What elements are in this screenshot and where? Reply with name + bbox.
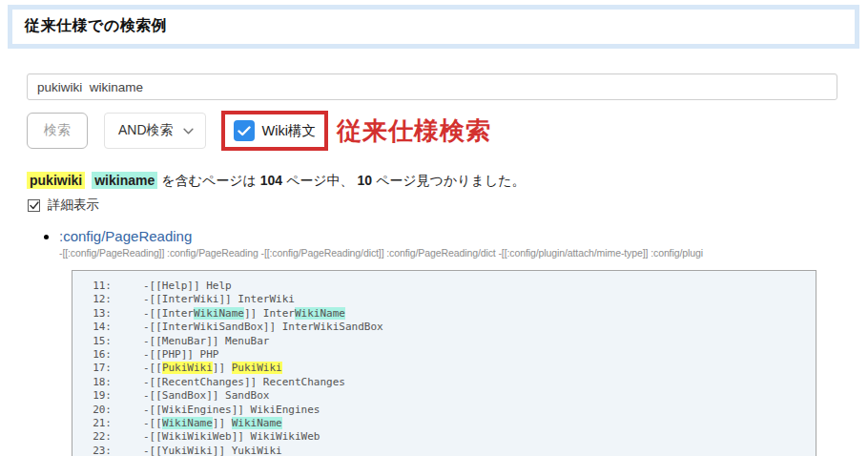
line-number: 20:	[85, 404, 112, 417]
chevron-down-icon	[183, 128, 194, 135]
search-input[interactable]	[27, 73, 837, 100]
line-number: 17:	[85, 362, 112, 375]
code-line: 17:-[[PukiWiki]] PukiWiki	[85, 362, 816, 375]
legacy-search-annotation: 従来仕様検索	[337, 114, 491, 148]
line-number: 16:	[85, 348, 112, 362]
line-number: 13:	[85, 307, 112, 321]
code-text: -[[MenuBar]] MenuBar	[143, 335, 269, 347]
summary-text-1: を含むページは	[157, 173, 259, 188]
result-page-link[interactable]: :config/PageReading	[59, 228, 192, 244]
summary-text-2: ページ中、	[282, 173, 357, 188]
detail-display-label: 詳細表示	[48, 197, 99, 214]
code-lines: 11:-[[Help]] Help12:-[[InterWiki]] Inter…	[85, 280, 816, 456]
code-line: 15:-[[MenuBar]] MenuBar	[85, 335, 816, 348]
code-line: 12:-[[InterWiki]] InterWiki	[85, 293, 816, 306]
code-text: -[[InterWikiSandBox]] InterWikiSandBox	[143, 321, 383, 333]
line-number: 22:	[85, 430, 112, 444]
check-icon	[238, 126, 251, 136]
total-page-count: 104	[260, 173, 282, 188]
search-term-1: pukiwiki	[27, 172, 85, 189]
code-text: -[[WikiName]] WikiName	[143, 417, 282, 429]
search-button[interactable]: 検索	[27, 113, 88, 149]
line-number: 15:	[85, 335, 112, 348]
wiki-syntax-highlight-frame: Wiki構文	[221, 111, 328, 151]
code-line: 18:-[[RecentChanges]] RecentChanges	[85, 376, 816, 389]
section-header-inner: 従来仕様での検索例	[12, 10, 855, 44]
code-text: -[[InterWiki]] InterWiki	[143, 293, 295, 305]
code-text: -[[WikiWikiWeb]] WikiWikiWeb	[143, 430, 320, 443]
line-number: 19:	[85, 389, 112, 403]
search-mode-value: AND検索	[118, 122, 174, 139]
line-number: 12:	[85, 293, 112, 306]
code-line: 22:-[[WikiWikiWeb]] WikiWikiWeb	[85, 430, 816, 444]
line-number: 23:	[85, 445, 112, 456]
code-block: 11:-[[Help]] Help12:-[[InterWiki]] Inter…	[72, 270, 816, 456]
line-number: 14:	[85, 321, 112, 334]
code-line: 16:-[[PHP]] PHP	[85, 348, 816, 362]
list-item: :config/PageReading -[[:config/PageReadi…	[59, 228, 868, 259]
line-number: 18:	[85, 376, 112, 389]
search-result-list: :config/PageReading -[[:config/PageReadi…	[0, 228, 868, 259]
code-line: 19:-[[SandBox]] SandBox	[85, 389, 816, 403]
wiki-syntax-checkbox[interactable]	[234, 120, 255, 141]
section-header: 従来仕様での検索例	[8, 5, 859, 49]
code-text: -[[PukiWiki]] PukiWiki	[143, 362, 282, 374]
search-term-2: wikiname	[92, 172, 157, 189]
check-icon	[30, 201, 39, 210]
found-page-count: 10	[357, 173, 372, 188]
line-number: 21:	[85, 417, 112, 430]
line-number: 11:	[85, 280, 112, 293]
code-text: -[[RecentChanges]] RecentChanges	[143, 376, 345, 388]
code-text: -[[YukiWiki]] YukiWiki	[143, 445, 282, 456]
wiki-syntax-label: Wiki構文	[262, 122, 316, 140]
detail-display-checkbox[interactable]	[28, 199, 40, 212]
code-text: -[[SandBox]] SandBox	[143, 389, 269, 402]
code-text: -[[InterWikiName]] InterWikiName	[143, 307, 345, 320]
code-line: 13:-[[InterWikiName]] InterWikiName	[85, 307, 816, 321]
code-text: -[[Help]] Help	[143, 280, 232, 292]
detail-display-row: 詳細表示	[28, 197, 868, 214]
page-title: 従来仕様での検索例	[25, 17, 167, 33]
summary-text-3: ページ見つかりました。	[372, 173, 526, 188]
result-excerpt: -[[:config/PageReading]] :config/PageRea…	[59, 247, 839, 259]
search-mode-select[interactable]: AND検索	[104, 113, 206, 149]
code-text: -[[PHP]] PHP	[143, 348, 218, 361]
search-controls: 検索 AND検索 Wiki構文 従来仕様検索	[27, 111, 868, 151]
code-line: 20:-[[WikiEngines]] WikiEngines	[85, 404, 816, 417]
code-line: 21:-[[WikiName]] WikiName	[85, 417, 816, 430]
code-line: 23:-[[YukiWiki]] YukiWiki	[85, 445, 816, 456]
code-line: 14:-[[InterWikiSandBox]] InterWikiSandBo…	[85, 321, 816, 334]
code-line: 11:-[[Help]] Help	[85, 280, 816, 293]
code-text: -[[WikiEngines]] WikiEngines	[143, 404, 320, 416]
search-result-summary: pukiwikiwikiname を含むページは 104 ページ中、 10 ペー…	[27, 173, 868, 190]
